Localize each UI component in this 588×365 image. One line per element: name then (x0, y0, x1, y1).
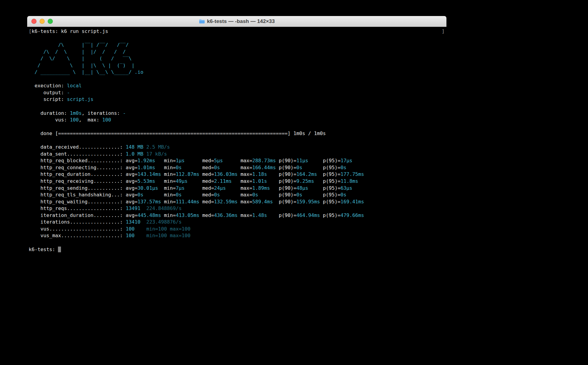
text-segment: min= (161, 171, 176, 177)
text-segment: max= (223, 158, 252, 163)
line-content: data_sent..................: 1.0 MB 17 k… (29, 151, 167, 158)
line-content: [k6-tests: k6 run script.js (29, 28, 108, 35)
text-segment: k6-tests: (29, 247, 58, 252)
line-content: / __________ \ |__| \__\ \_____/ .io (29, 69, 143, 76)
line-content: script: script.js (29, 96, 93, 103)
text-segment: min= (158, 185, 176, 191)
text-segment: 177.75ms (340, 171, 364, 177)
text-segment: min= (155, 158, 176, 163)
text-segment: 136.03ms (214, 171, 238, 177)
text-segment: 5µs (214, 158, 223, 163)
line-content: vus_max....................: 100 min=100… (29, 232, 190, 239)
text-segment: 0s (340, 192, 347, 198)
terminal-line (29, 124, 445, 131)
text-segment: p(90)= (276, 165, 296, 170)
text-segment: 0s (340, 165, 347, 170)
text-segment: 1.18s (252, 171, 267, 177)
metric-http-req-sending: http_req_sending...........: avg=30.01µs… (29, 185, 445, 192)
text-segment: 49µs (176, 178, 187, 184)
terminal-line (29, 137, 445, 144)
text-segment: 0s (176, 192, 182, 198)
metric-http-reqs: http_reqs..................: 13491 224.8… (29, 205, 445, 212)
text-segment: p(90)= (273, 199, 296, 205)
terminal-line (29, 76, 445, 83)
metric-http-req-receiving: http_req_receiving.........: avg=5.53ms … (29, 178, 445, 185)
text-segment: max= (226, 185, 252, 191)
metric-http-req-blocked: http_req_blocked...........: avg=1.92ms … (29, 157, 445, 164)
text-segment: 17µs (340, 158, 352, 163)
metric-http-req-tls-handshaking: http_req_tls_handshaking...: avg=0s min=… (29, 192, 445, 199)
text-segment: p(90)= (267, 178, 296, 184)
text-segment: 137.57ms (138, 199, 161, 205)
line-content: duration: 1m0s, iterations: - (29, 110, 126, 117)
text-segment: 1.01s (252, 178, 267, 184)
text-segment: ] (442, 28, 445, 35)
text-segment: 164.2ms (296, 171, 317, 177)
text-segment: p(95)= (320, 212, 340, 218)
text-segment: 0s (296, 192, 302, 198)
text-segment: min= (161, 199, 176, 205)
text-segment: p(95)= (302, 192, 340, 198)
text-segment: 0s (138, 192, 144, 198)
text-segment: p(90)= (276, 158, 296, 163)
line-content: vus........................: 100 min=100… (29, 226, 190, 233)
terminal-output[interactable]: [k6-tests: k6 run script.js] /\ |‾‾| /‾‾… (27, 27, 446, 255)
vus-settings-line: vus: 100, max: 100 (29, 117, 445, 124)
text-segment: min=100 max=100 (135, 233, 190, 238)
text-segment: 159.95ms (296, 199, 320, 205)
text-segment: 1µs (176, 158, 184, 163)
line-content: data_received..............: 148 MB 2.5 … (29, 144, 170, 151)
text-segment: - (67, 90, 70, 95)
script-line: script: script.js (29, 96, 445, 103)
text-segment: med= (185, 158, 214, 163)
metric-http-req-waiting: http_req_waiting...........: avg=137.57m… (29, 199, 445, 205)
text-segment: http_reqs..................: (29, 205, 126, 211)
text-segment: 100 (70, 117, 78, 123)
text-segment: http_req_duration..........: avg= (29, 171, 138, 177)
text-segment: 11µs (296, 158, 308, 163)
text-segment: p(90)= (258, 192, 296, 198)
progress-bar-line: done [==================================… (29, 130, 445, 137)
window-title: k6-tests — -bash — 142×33 (207, 18, 275, 24)
text-segment: min=100 max=100 (135, 226, 190, 232)
text-segment: 436.36ms (214, 212, 238, 218)
text-segment: 7µs (176, 185, 184, 191)
titlebar[interactable]: k6-tests — -bash — 142×33 (27, 16, 446, 27)
duration-line: duration: 1m0s, iterations: - (29, 110, 445, 117)
text-segment: p(95)= (317, 171, 340, 177)
zoom-button[interactable] (48, 19, 53, 24)
k6-logo-line: /\ / \ | |/ / / / (29, 49, 445, 56)
line-content: http_reqs..................: 13491 224.8… (29, 205, 182, 212)
text-segment: min= (155, 165, 176, 170)
text-segment: 1m0s (70, 110, 81, 116)
output-line: output: - (29, 89, 445, 96)
line-content: http_req_waiting...........: avg=137.57m… (29, 199, 364, 205)
close-button[interactable] (31, 19, 37, 24)
terminal-line (29, 35, 445, 42)
desktop: { "window": { "title": "k6-tests — -bash… (0, 0, 588, 365)
text-segment: http_req_waiting...........: avg= (29, 199, 138, 205)
text-segment: 1.01ms (138, 165, 155, 170)
text-segment: execution: (29, 83, 67, 89)
text-segment: 479.66ms (340, 212, 364, 218)
minimize-button[interactable] (40, 19, 45, 24)
text-segment: p(90)= (267, 171, 296, 177)
metric-iteration-duration: iteration_duration.........: avg=445.48m… (29, 212, 445, 219)
text-segment: max= (238, 199, 252, 205)
text-segment: p(95)= (308, 185, 340, 191)
metric-data-received: data_received..............: 148 MB 2.5 … (29, 144, 445, 151)
folder-icon (199, 19, 205, 24)
line-content: /\ / \ | |/ / / / (29, 49, 126, 56)
text-segment: min= (161, 212, 176, 218)
text-segment: 100 (126, 233, 135, 238)
text-segment: 143.14ms (138, 171, 161, 177)
text-segment: / __________ \ |__| \__\ \_____/ .io (29, 69, 143, 75)
text-segment: output: (29, 90, 67, 95)
metric-vus-max: vus_max....................: 100 min=100… (29, 232, 445, 239)
metric-http-req-duration: http_req_duration..........: avg=143.14m… (29, 171, 445, 178)
text-segment: 166.44ms (252, 165, 276, 170)
text-segment: 17 kB/s (143, 151, 167, 157)
text-segment: , iterations: (81, 110, 123, 116)
window-title-group: k6-tests — -bash — 142×33 (199, 18, 275, 24)
text-segment: max= (220, 192, 252, 198)
